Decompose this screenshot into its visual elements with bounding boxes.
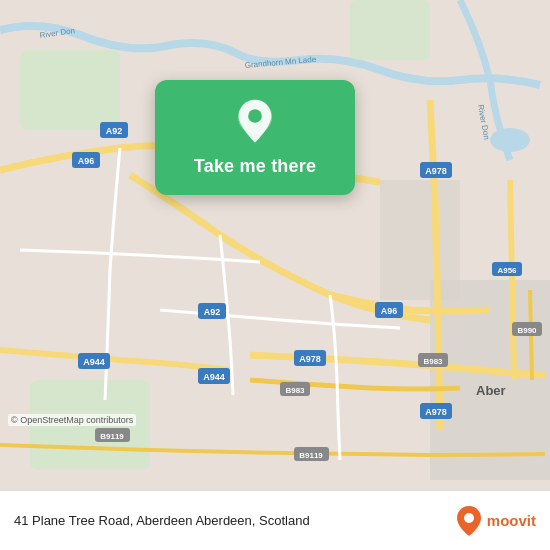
map-view: A92 A96 A978 A92 A978 A978 A96 A944 A944… xyxy=(0,0,550,490)
svg-text:Aber: Aber xyxy=(476,383,506,398)
location-card[interactable]: Take me there xyxy=(155,80,355,195)
svg-rect-3 xyxy=(350,0,430,60)
svg-text:A978: A978 xyxy=(299,354,321,364)
svg-text:A978: A978 xyxy=(425,407,447,417)
svg-text:A92: A92 xyxy=(204,307,221,317)
copyright-text: © OpenStreetMap contributors xyxy=(8,414,136,426)
bottom-bar: 41 Plane Tree Road, Aberdeen Aberdeen, S… xyxy=(0,490,550,550)
svg-text:A96: A96 xyxy=(78,156,95,166)
svg-text:A96: A96 xyxy=(381,306,398,316)
svg-text:A92: A92 xyxy=(106,126,123,136)
svg-rect-6 xyxy=(380,180,460,300)
svg-text:B983: B983 xyxy=(285,386,305,395)
svg-text:B9119: B9119 xyxy=(299,451,323,460)
svg-text:A956: A956 xyxy=(497,266,517,275)
moovit-brand-text: moovit xyxy=(487,512,536,529)
moovit-logo: moovit xyxy=(455,505,536,537)
location-pin-icon xyxy=(231,98,279,146)
svg-text:B990: B990 xyxy=(517,326,537,335)
svg-text:A978: A978 xyxy=(425,166,447,176)
address-label: 41 Plane Tree Road, Aberdeen Aberdeen, S… xyxy=(14,513,310,528)
moovit-pin-icon xyxy=(455,505,483,537)
svg-point-43 xyxy=(248,109,262,123)
take-me-there-button[interactable]: Take me there xyxy=(194,156,316,177)
svg-rect-2 xyxy=(20,50,120,130)
svg-text:B9119: B9119 xyxy=(100,432,124,441)
svg-point-44 xyxy=(464,513,474,523)
svg-text:A944: A944 xyxy=(83,357,105,367)
svg-text:B983: B983 xyxy=(423,357,443,366)
svg-text:A944: A944 xyxy=(203,372,225,382)
svg-point-1 xyxy=(490,128,530,152)
